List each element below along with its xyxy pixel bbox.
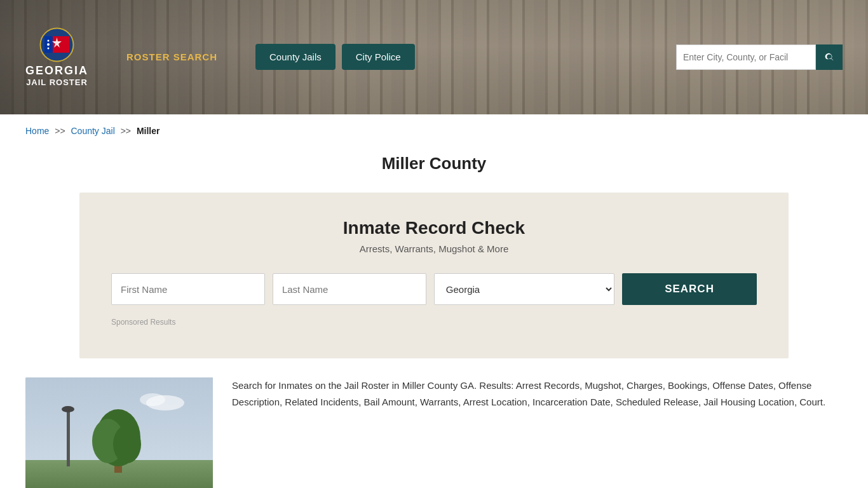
svg-point-14 bbox=[113, 425, 141, 463]
site-logo[interactable]: GEORGIA JAIL ROSTER bbox=[25, 27, 88, 87]
header-search-area bbox=[676, 44, 843, 70]
page-title: Miller County bbox=[0, 154, 868, 173]
header-nav-buttons: County Jails City Police bbox=[255, 44, 415, 70]
breadcrumb-sep1: >> bbox=[55, 126, 65, 136]
svg-point-3 bbox=[47, 43, 50, 46]
first-name-input[interactable] bbox=[111, 273, 265, 305]
header-search-input[interactable] bbox=[676, 44, 816, 70]
state-select[interactable]: Georgia Alabama Florida South Carolina T… bbox=[434, 273, 614, 305]
county-jails-button[interactable]: County Jails bbox=[255, 44, 336, 70]
svg-point-10 bbox=[62, 406, 74, 412]
search-icon bbox=[824, 51, 835, 63]
sponsored-label: Sponsored Results bbox=[111, 318, 757, 327]
inmate-check-subtitle: Arrests, Warrants, Mugshot & More bbox=[111, 243, 757, 254]
description-text: Search for Inmates on the Jail Roster in… bbox=[232, 377, 843, 410]
inmate-check-title: Inmate Record Check bbox=[111, 218, 757, 238]
location-image-svg bbox=[25, 377, 213, 488]
header-search-button[interactable] bbox=[816, 44, 843, 70]
breadcrumb-current: Miller bbox=[137, 126, 160, 136]
last-name-input[interactable] bbox=[273, 273, 426, 305]
roster-search-nav[interactable]: ROSTER SEARCH bbox=[126, 51, 217, 62]
svg-point-4 bbox=[48, 39, 50, 41]
breadcrumb-sep2: >> bbox=[121, 126, 131, 136]
svg-rect-9 bbox=[67, 409, 70, 466]
city-police-button[interactable]: City Police bbox=[342, 44, 415, 70]
breadcrumb-home[interactable]: Home bbox=[25, 126, 49, 136]
breadcrumb: Home >> County Jail >> Miller bbox=[0, 114, 868, 147]
inmate-search-button[interactable]: SEARCH bbox=[622, 273, 757, 305]
page-title-area: Miller County bbox=[0, 147, 868, 193]
georgia-seal-icon bbox=[39, 27, 74, 62]
location-image bbox=[25, 377, 213, 488]
inmate-record-check-section: Inmate Record Check Arrests, Warrants, M… bbox=[79, 193, 789, 358]
svg-point-16 bbox=[140, 393, 165, 406]
bottom-content: Search for Inmates on the Jail Roster in… bbox=[0, 358, 868, 488]
logo-text-sub: JAIL ROSTER bbox=[26, 78, 88, 88]
site-header: GEORGIA JAIL ROSTER ROSTER SEARCH County… bbox=[0, 0, 868, 114]
svg-point-5 bbox=[48, 47, 50, 49]
inmate-search-form: Georgia Alabama Florida South Carolina T… bbox=[111, 273, 757, 305]
breadcrumb-county-jail[interactable]: County Jail bbox=[71, 126, 115, 136]
logo-text-georgia: GEORGIA bbox=[25, 65, 88, 78]
